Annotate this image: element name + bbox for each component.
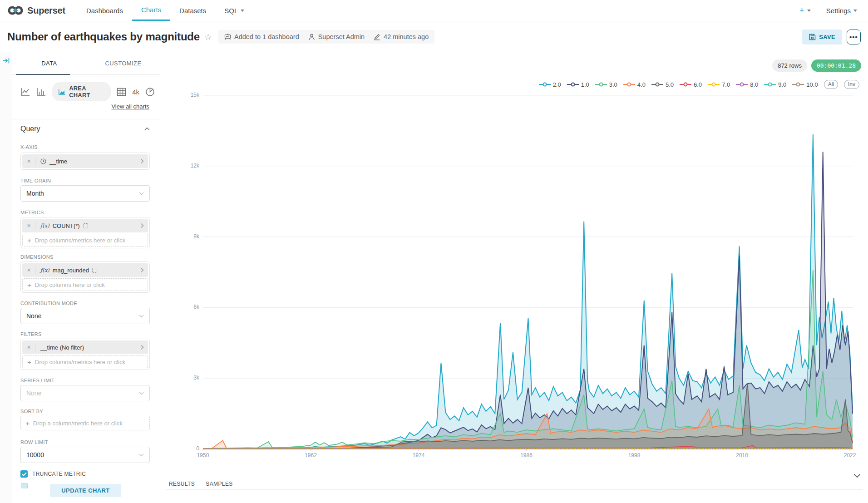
remove-icon[interactable]: × [22,344,36,351]
truncate-metric-checkbox-row[interactable]: TRUNCATE METRIC [20,470,86,478]
save-button[interactable]: SAVE [802,30,842,44]
plus-icon: + [27,237,31,244]
chart-status-badges: 872 rows 00:00:01.28 [772,59,861,72]
nav-sql[interactable]: SQL [215,0,253,21]
y-axis-labels: 03k6k9k12k15k [161,95,199,449]
legend-marker-icon [792,82,804,87]
chevron-down-icon [853,10,857,12]
legend-item-4.0[interactable]: 4.0 [623,81,646,88]
x-tick-label: 2010 [736,452,748,459]
nav-dashboards[interactable]: Dashboards [77,0,132,21]
dashboard-count[interactable]: Added to 1 dashboard [224,33,299,40]
y-tick-label: 9k [193,233,199,240]
dimensions-label: DIMENSIONS [20,254,150,260]
chevron-down-icon [139,454,144,457]
legend-item-8.0[interactable]: 8.0 [736,81,758,88]
navbar-right: + Settings [799,0,868,21]
area-chart-plot [203,95,853,449]
legend-marker-icon [736,82,748,87]
y-tick-label: 0 [196,445,199,452]
query-section-header[interactable]: Query [20,125,150,133]
chart-header: Number of earthquakes by magnitude ☆ Add… [0,22,868,52]
tab-results[interactable]: RESULTS [169,481,195,487]
panel-tabs: DATA CUSTOMIZE [12,52,160,75]
chevron-down-icon [807,10,811,12]
y-tick-label: 3k [193,375,199,381]
metric-pill[interactable]: × ƒ(x) COUNT(*) [22,219,148,232]
legend-item-6.0[interactable]: 6.0 [680,81,702,88]
x-tick-label: 2022 [844,452,856,459]
area-chart-icon [58,88,66,96]
adhoc-column-icon [92,268,97,273]
tab-data[interactable]: DATA [12,52,86,74]
remove-icon[interactable]: × [22,222,36,229]
x-axis-labels: 1950196219741986199820102022 [203,452,853,459]
filters-drop-zone[interactable]: + Drop columns/metrics here or click [22,355,148,368]
chart-type-selected-area-chart[interactable]: AREA CHART [52,82,111,101]
dimensions-drop-zone[interactable]: + Drop columns here or click [22,278,148,291]
legend-item-10.0[interactable]: 10.0 [792,81,818,88]
bar-chart-icon[interactable] [36,87,46,96]
remove-icon[interactable]: × [22,266,36,274]
contribution-mode-select[interactable]: None [20,308,150,324]
checkbox-checked-icon[interactable] [20,470,28,478]
row-limit-select[interactable]: 10000 [20,447,150,463]
filter-pill[interactable]: × __time (No filter) [22,340,148,354]
legend-marker-icon [651,82,663,87]
dimensions-control: × ƒ(x) mag_rounded + Drop columns here o… [20,261,150,293]
big-number-chart-icon[interactable]: 4k [132,88,139,96]
metrics-label: METRICS [20,210,150,215]
x-axis-pill[interactable]: × __time [22,154,148,168]
chart-meta-bar: Added to 1 dashboard Superset Admin 42 m… [218,30,434,44]
tab-samples[interactable]: SAMPLES [206,481,233,487]
new-item-button[interactable]: + [799,5,811,15]
metrics-drop-zone[interactable]: + Drop columns/metrics here or click [22,234,148,247]
clock-icon [40,158,46,164]
nav-datasets[interactable]: Datasets [170,0,215,21]
favorite-star-icon[interactable]: ☆ [204,32,212,42]
legend-item-3.0[interactable]: 3.0 [595,81,617,88]
more-actions-button[interactable]: ••• [847,30,861,44]
update-chart-button[interactable]: UPDATE CHART [50,484,121,497]
time-grain-label: TIME GRAIN [20,178,150,183]
legend-item-5.0[interactable]: 5.0 [651,81,674,88]
view-all-charts-link[interactable]: View all charts [111,103,149,110]
filters-label: FILTERS [20,331,150,337]
partial-checkbox[interactable] [21,483,28,488]
pie-chart-icon[interactable] [145,87,155,97]
collapse-panel-icon[interactable] [2,57,10,64]
line-chart-icon[interactable] [20,87,30,96]
remove-icon[interactable]: × [22,158,36,165]
legend-button-all[interactable]: All [824,80,838,89]
legend-item-2.0[interactable]: 2.0 [539,81,561,88]
row-limit-label: ROW LIMIT [20,439,150,445]
legend-marker-icon [567,82,579,87]
chevron-right-icon [136,267,148,273]
ellipsis-icon: ••• [849,33,858,41]
x-axis-control: × __time [20,153,150,170]
superset-brand[interactable]: Superset [0,0,77,21]
nav-charts[interactable]: Charts [132,0,170,21]
y-tick-label: 15k [191,92,199,98]
tab-customize[interactable]: CUSTOMIZE [86,52,160,74]
table-chart-icon[interactable] [117,88,126,96]
dashboard-icon [224,34,231,40]
legend-marker-icon [708,82,720,87]
settings-menu[interactable]: Settings [826,7,857,15]
chart-container: 872 rows 00:00:01.28 2.0 1.0 3.0 4.0 5.0… [161,52,868,503]
legend-item-9.0[interactable]: 9.0 [764,81,786,88]
plus-icon: + [25,419,30,427]
main-nav: Dashboards Charts Datasets SQL [77,0,253,21]
legend-button-inv[interactable]: Inv [844,80,859,89]
collapse-results-chevron-icon[interactable] [853,473,861,478]
series-limit-select[interactable]: None [20,385,150,401]
chevron-down-icon [139,192,144,195]
legend-item-7.0[interactable]: 7.0 [708,81,730,88]
time-grain-select[interactable]: Month [20,185,150,202]
sort-by-drop-zone[interactable]: + Drop a column/metric here or click [20,416,150,430]
chart-owner[interactable]: Superset Admin [308,33,365,40]
last-modified[interactable]: 42 minutes ago [374,33,429,40]
legend-item-1.0[interactable]: 1.0 [567,81,589,88]
chevron-up-icon [144,127,150,131]
dimension-pill[interactable]: × ƒ(x) mag_rounded [22,263,148,277]
